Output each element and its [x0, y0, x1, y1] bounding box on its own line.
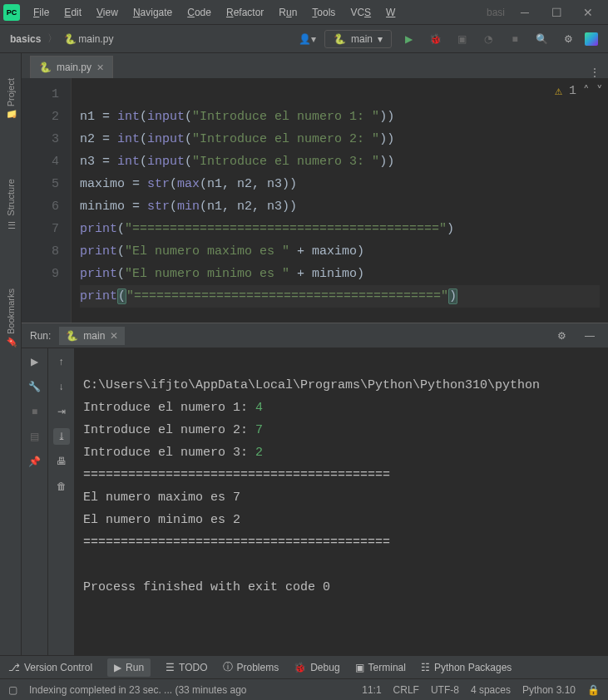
status-square-icon[interactable]: ▢ [8, 684, 17, 696]
left-tool-rail: 📁 Project ☰ Structure 🔖 Bookmarks [0, 53, 22, 655]
down-arrow-icon[interactable]: ↓ [53, 378, 70, 395]
tool-debug[interactable]: 🐞Debug [294, 662, 339, 673]
menu-code[interactable]: Code [180, 3, 218, 22]
stop-icon[interactable]: ■ [27, 403, 43, 420]
run-button[interactable]: ▶ [398, 29, 418, 49]
tool-problems[interactable]: ⓘProblems [223, 660, 279, 674]
run-tab[interactable]: 🐍 main ✕ [59, 327, 125, 345]
branch-icon: ⎇ [8, 662, 20, 673]
pycharm-icon: PC [3, 4, 20, 21]
profile-button[interactable]: ◔ [478, 29, 498, 49]
menu-navigate[interactable]: Navigate [126, 3, 179, 22]
tool-todo[interactable]: ☰TODO [166, 662, 207, 673]
navigation-bar: basics 〉 🐍main.py 👤▾ 🐍 main ▾ ▶ 🐞 ▣ ◔ ■ … [0, 25, 608, 53]
breadcrumb-file[interactable]: 🐍main.py [64, 33, 113, 45]
menubar: PC FFileile Edit View Navigate Code Refa… [0, 0, 608, 25]
menu-view[interactable]: View [90, 3, 125, 22]
editor-tabs: 🐍 main.py ✕ ⋮ [22, 53, 608, 78]
tool-structure[interactable]: ☰ Structure [5, 179, 16, 230]
python-icon: 🐍 [66, 330, 78, 342]
status-line-sep[interactable]: CRLF [393, 684, 419, 696]
status-caret-pos[interactable]: 11:1 [362, 684, 381, 696]
tool-terminal[interactable]: ▣Terminal [355, 662, 406, 673]
prev-highlight-icon[interactable]: ˄ [583, 83, 590, 99]
menu-vcs[interactable]: VCS [344, 3, 378, 22]
run-config-label: main [351, 33, 373, 45]
settings-icon[interactable]: ⚙ [558, 29, 578, 49]
search-everywhere-icon[interactable]: 🔍 [531, 29, 551, 49]
status-bar: ▢ Indexing completed in 23 sec. ... (33 … [0, 678, 608, 700]
status-encoding[interactable]: UTF-8 [431, 684, 459, 696]
add-user-icon[interactable]: 👤▾ [298, 29, 318, 49]
tool-run[interactable]: ▶Run [107, 658, 151, 677]
tool-bookmarks[interactable]: 🔖 Bookmarks [5, 288, 16, 348]
scroll-to-end-icon[interactable]: ⤓ [53, 428, 70, 445]
python-file-icon: 🐍 [39, 62, 52, 73]
menu-refactor[interactable]: Refactor [220, 3, 270, 22]
run-toolbar-left2: ↑ ↓ ⇥ ⤓ 🖶 🗑 [48, 348, 75, 655]
warning-count: 1 [569, 84, 576, 98]
search-hint[interactable]: basi [487, 7, 505, 18]
tool-python-packages[interactable]: ☷Python Packages [421, 662, 512, 673]
line-gutter: 123 456 789 [22, 78, 72, 323]
next-highlight-icon[interactable]: ˅ [596, 83, 603, 99]
run-tab-label: main [83, 330, 105, 342]
bug-icon: 🐞 [294, 662, 306, 673]
close-tab-icon[interactable]: ✕ [96, 62, 104, 73]
editor-inspection-widget[interactable]: ⚠ 1 ˄ ˅ [555, 83, 603, 99]
python-file-icon: 🐍 [64, 33, 77, 45]
editor-tab-main[interactable]: 🐍 main.py ✕ [30, 56, 113, 78]
menu-run[interactable]: Run [272, 3, 304, 22]
wrench-icon[interactable]: 🔧 [27, 378, 43, 395]
chevron-down-icon: ▾ [378, 33, 383, 45]
trash-icon[interactable]: 🗑 [53, 478, 70, 495]
window-close[interactable]: ✕ [576, 6, 600, 19]
bottom-tool-bar: ⎇Version Control ▶Run ☰TODO ⓘProblems 🐞D… [0, 655, 608, 678]
run-toolbar-left: ▶ 🔧 ■ ▤ 📌 [22, 348, 48, 655]
status-interpreter[interactable]: Python 3.10 [522, 684, 576, 696]
packages-icon: ☷ [421, 662, 430, 673]
list-icon: ☰ [166, 662, 175, 673]
info-icon: ⓘ [223, 660, 233, 674]
breadcrumb-sep: 〉 [47, 32, 57, 46]
coverage-button[interactable]: ▣ [452, 29, 472, 49]
print-icon[interactable]: 🖶 [53, 453, 70, 470]
pin-icon[interactable]: 📌 [27, 453, 43, 470]
editor-tab-label: main.py [57, 62, 91, 73]
run-config-selector[interactable]: 🐍 main ▾ [324, 30, 392, 48]
menu-tools[interactable]: Tools [305, 3, 342, 22]
code-editor[interactable]: 123 456 789 n1 = int(input("Introduce el… [22, 78, 608, 323]
tool-project[interactable]: 📁 Project [5, 78, 16, 121]
python-icon: 🐍 [334, 33, 346, 45]
run-tool-window: Run: 🐍 main ✕ ⚙ — ▶ 🔧 ■ ▤ 📌 [22, 323, 608, 655]
console-output[interactable]: C:\Users\ifjto\AppData\Local\Programs\Py… [75, 348, 608, 655]
debug-button[interactable]: 🐞 [425, 29, 445, 49]
menu-file[interactable]: FFileile [27, 3, 56, 22]
window-minimize[interactable]: ─ [513, 6, 536, 19]
breadcrumb-project[interactable]: basics [10, 33, 41, 45]
hide-panel-icon[interactable]: — [580, 326, 600, 346]
code-with-me-icon[interactable] [585, 32, 598, 46]
tool-version-control[interactable]: ⎇Version Control [8, 662, 92, 673]
warning-icon: ⚠ [555, 83, 562, 99]
up-arrow-icon[interactable]: ↑ [53, 353, 70, 370]
play-icon: ▶ [114, 662, 121, 673]
code-content[interactable]: n1 = int(input("Introduce el numero 1: "… [72, 78, 608, 323]
status-indent[interactable]: 4 spaces [471, 684, 511, 696]
rerun-button[interactable]: ▶ [27, 353, 43, 370]
menu-edit[interactable]: Edit [57, 3, 88, 22]
terminal-icon: ▣ [355, 662, 364, 673]
lock-icon[interactable]: 🔒 [587, 684, 600, 696]
window-maximize[interactable]: ☐ [545, 6, 568, 19]
run-panel-title: Run: [30, 330, 51, 342]
editor-tab-options[interactable]: ⋮ [581, 67, 608, 78]
layout-icon[interactable]: ▤ [27, 428, 43, 445]
run-settings-icon[interactable]: ⚙ [551, 326, 571, 346]
close-icon[interactable]: ✕ [110, 330, 118, 342]
soft-wrap-icon[interactable]: ⇥ [53, 403, 70, 420]
menu-window[interactable]: W [379, 3, 402, 22]
status-message: Indexing completed in 23 sec. ... (33 mi… [29, 684, 247, 696]
stop-button[interactable]: ■ [505, 29, 525, 49]
